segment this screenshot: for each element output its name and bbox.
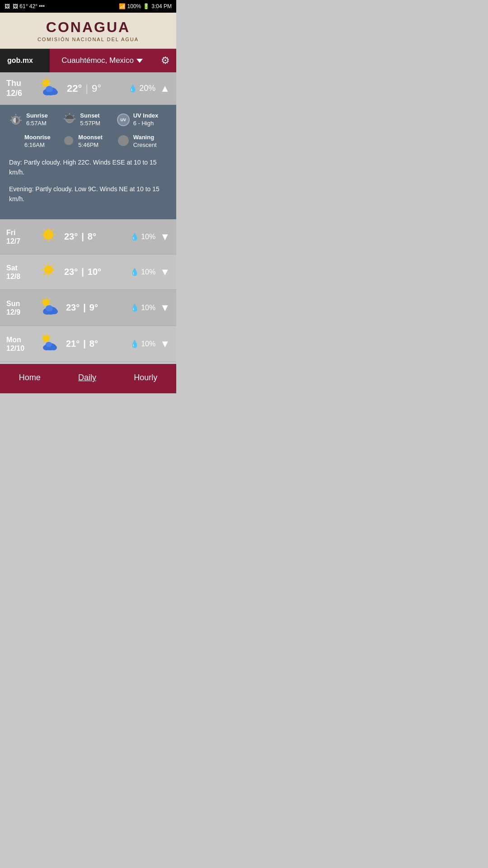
svg-point-37 [44, 265, 53, 274]
svg-line-16 [11, 117, 13, 118]
svg-line-42 [43, 265, 45, 266]
moonrise-value: 6:16AM [24, 142, 51, 149]
mon-low: 8° [89, 339, 98, 349]
fri-precipitation: 💧 10% [130, 232, 155, 241]
svg-line-45 [43, 274, 45, 275]
svg-point-28 [43, 230, 53, 240]
svg-line-51 [42, 299, 43, 300]
bottom-navigation: Home Daily Hourly [0, 364, 176, 393]
sun-day-row[interactable]: Sun12/9 23° | 9° 💧 10% ▼ [0, 290, 176, 326]
svg-line-33 [43, 229, 44, 231]
svg-line-7 [49, 80, 50, 80]
sun-temperatures: 23° | 9° [66, 302, 130, 313]
fri-precip-value: 10% [141, 233, 155, 241]
sunset-item: Sunset 5:57PM [63, 112, 113, 127]
svg-line-17 [19, 117, 21, 118]
nav-home[interactable]: Home [10, 371, 50, 384]
svg-line-43 [52, 274, 54, 275]
location-arrow-icon [136, 59, 143, 63]
nav-daily[interactable]: Daily [69, 371, 105, 384]
sat-weather-icon [38, 261, 59, 283]
uv-index-label: UV Index [133, 112, 159, 120]
svg-line-61 [49, 335, 50, 336]
sunset-value: 5:57PM [80, 120, 100, 127]
moonset-value: 5:46PM [78, 142, 102, 149]
sat-precip-value: 10% [141, 268, 155, 276]
battery-icon: 🔋 [143, 3, 150, 9]
uv-index-value: 6 - High [133, 120, 159, 127]
mon-label: Mon12/10 [6, 335, 38, 353]
sat-day-row[interactable]: Sat12/8 23° | 10° 💧 10% ▼ [0, 255, 176, 290]
moon-phase-value: Crescent [133, 142, 157, 149]
drop-icon: 💧 [130, 340, 139, 348]
svg-point-57 [42, 335, 50, 342]
thu-detail-panel: Sunrise 6:57AM [0, 105, 176, 219]
moonset-label: Moonset [78, 134, 102, 142]
fri-label: Fri12/7 [6, 228, 38, 245]
status-bar: 🖼 🖼 61° 42° ••• 📶 100% 🔋 3:04 PM [0, 0, 176, 13]
svg-point-56 [46, 305, 53, 311]
thu-low: 9° [92, 83, 101, 94]
sunset-icon [63, 112, 76, 127]
thu-day-row[interactable]: Thu 12/6 22° | 9° 💧 20% ▲ [0, 72, 176, 105]
drop-icon: 💧 [128, 84, 137, 93]
moonrise-item: Moonrise 6:16AM [9, 134, 59, 149]
sat-precipitation: 💧 10% [130, 268, 155, 276]
svg-point-26 [64, 136, 73, 145]
status-right: 📶 100% 🔋 3:04 PM [119, 3, 172, 9]
svg-line-8 [42, 86, 43, 87]
sun-precipitation: 💧 10% [130, 303, 155, 312]
svg-line-34 [52, 239, 54, 240]
sunrise-icon [9, 112, 23, 127]
sat-high: 23° [64, 267, 78, 277]
moonset-icon [63, 135, 75, 148]
sun-label: Sun12/9 [6, 299, 38, 316]
sunset-label: Sunset [80, 112, 100, 120]
status-left: 🖼 🖼 61° 42° ••• [5, 3, 45, 9]
fri-high: 23° [64, 231, 78, 242]
sunrise-value: 6:57AM [26, 120, 48, 127]
photo-icon: 🖼 [5, 3, 10, 9]
status-temp: 🖼 61° 42° ••• [13, 3, 45, 9]
svg-line-22 [65, 115, 66, 116]
nav-hourly[interactable]: Hourly [125, 371, 166, 384]
drop-icon: 💧 [130, 268, 139, 276]
fri-temperatures: 23° | 8° [64, 231, 130, 242]
mon-precipitation: 💧 10% [130, 340, 155, 348]
sunrise-label: Sunrise [26, 112, 48, 120]
day-description: Day: Partly cloudy. High 22C. Winds ESE … [9, 157, 167, 178]
moonset-item: Moonset 5:46PM [63, 134, 113, 149]
sat-temperatures: 23° | 10° [64, 267, 130, 277]
svg-line-52 [49, 299, 50, 300]
svg-line-35 [52, 229, 54, 231]
sun-precip-value: 10% [141, 304, 155, 312]
moonrise-icon [9, 135, 21, 148]
evening-description: Evening: Partly cloudy. Low 9C. Winds NE… [9, 184, 167, 204]
svg-point-46 [42, 299, 50, 306]
mon-high: 21° [66, 339, 80, 349]
sat-label: Sat12/8 [6, 264, 38, 281]
svg-point-0 [42, 80, 50, 87]
sat-chevron-down-icon[interactable]: ▼ [160, 266, 170, 278]
svg-line-36 [43, 239, 44, 240]
battery-level: 100% [127, 3, 141, 9]
thu-label: Thu 12/6 [6, 79, 38, 98]
mon-precip-value: 10% [141, 340, 155, 348]
fri-low: 8° [88, 231, 96, 242]
mon-weather-icon [38, 332, 61, 355]
time-display: 3:04 PM [151, 3, 172, 9]
mon-day-row[interactable]: Mon12/10 21° | 8° 💧 10% ▼ [0, 326, 176, 362]
thu-chevron-up-icon[interactable]: ▲ [160, 83, 170, 94]
svg-point-12 [46, 86, 53, 92]
sun-weather-icon [38, 296, 61, 319]
fri-day-row[interactable]: Fri12/7 23° | 8° 💧 10% ▼ [0, 219, 176, 255]
thu-high: 22° [67, 83, 82, 94]
settings-button[interactable]: ⚙ [155, 55, 176, 66]
fri-chevron-down-icon[interactable]: ▼ [160, 231, 170, 243]
svg-line-44 [52, 265, 54, 266]
sun-chevron-down-icon[interactable]: ▼ [160, 302, 170, 314]
thu-precip-value: 20% [139, 84, 155, 93]
moonrise-label: Moonrise [24, 134, 51, 142]
mon-chevron-down-icon[interactable]: ▼ [160, 338, 170, 350]
location-selector[interactable]: Cuauhtémoc, Mexico [50, 56, 155, 65]
